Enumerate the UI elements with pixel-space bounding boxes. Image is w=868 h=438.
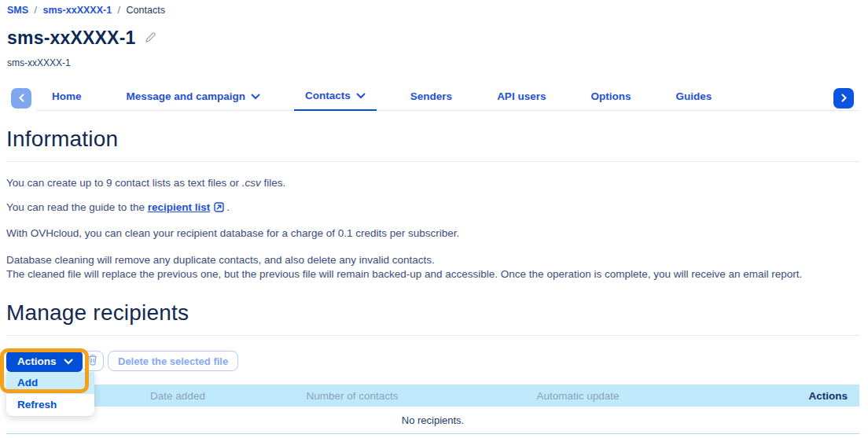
tab-api-users[interactable]: API users <box>486 86 557 110</box>
sms-contacts-page: SMS / sms-xxXXXX-1 / Contacts sms-xxXXXX… <box>0 0 868 438</box>
info-paragraph-guide: You can read the guide to the recipient … <box>0 201 868 216</box>
empty-table-message: No recipients. <box>6 414 859 426</box>
column-header-automatic-update: Automatic update <box>536 390 619 402</box>
tab-home[interactable]: Home <box>41 86 93 110</box>
chevron-right-icon <box>840 93 848 105</box>
manage-recipients-section: Actions Delete the selected file Add Ref… <box>0 345 868 438</box>
breadcrumb-contacts: Contacts <box>127 5 165 16</box>
tab-senders[interactable]: Senders <box>399 86 463 110</box>
tab-guides[interactable]: Guides <box>664 86 723 110</box>
recipients-table-header: Date added Number of contacts Automatic … <box>6 385 859 407</box>
breadcrumb: SMS / sms-xxXXXX-1 / Contacts <box>0 0 868 16</box>
breadcrumb-service[interactable]: sms-xxXXXX-1 <box>43 5 112 16</box>
chevron-down-icon <box>356 90 366 101</box>
tabs-scroll-right-button[interactable] <box>833 88 854 109</box>
recipient-list-link[interactable]: recipient list <box>148 201 211 213</box>
info-paragraph-cleaning-details: Database cleaning will remove any duplic… <box>0 253 868 282</box>
info-paragraph-cleaning-cost: With OVHcloud, you can clean your recipi… <box>0 226 868 241</box>
chevron-left-icon <box>18 93 25 105</box>
edit-pencil-icon[interactable] <box>144 31 156 47</box>
column-header-date-added: Date added <box>150 390 205 402</box>
divider <box>6 161 859 162</box>
breadcrumb-separator: / <box>35 5 37 16</box>
tab-options[interactable]: Options <box>579 86 642 110</box>
divider <box>6 335 859 336</box>
actions-dropdown-menu: Add Refresh <box>6 372 94 416</box>
trash-icon <box>87 354 98 368</box>
tab-message-and-campaign[interactable]: Message and campaign <box>116 86 272 110</box>
delete-trash-icon-button[interactable] <box>81 351 104 371</box>
column-header-number-of-contacts: Number of contacts <box>306 390 398 402</box>
breadcrumb-sms[interactable]: SMS <box>7 5 28 16</box>
column-header-actions: Actions <box>808 390 848 402</box>
manage-recipients-heading: Manage recipients <box>0 282 868 326</box>
information-heading: Information <box>0 111 868 152</box>
delete-selected-file-button[interactable]: Delete the selected file <box>108 351 238 371</box>
breadcrumb-separator: / <box>118 5 120 16</box>
info-paragraph-limits: You can create up to 9 contact lists as … <box>0 176 868 190</box>
actions-dropdown-button[interactable]: Actions <box>6 351 83 372</box>
tabs-scroll-left-button[interactable] <box>11 88 31 109</box>
menu-item-refresh[interactable]: Refresh <box>6 394 94 416</box>
external-link-icon <box>214 203 224 215</box>
tab-contacts[interactable]: Contacts <box>294 86 377 111</box>
table-bottom-border <box>6 433 859 434</box>
chevron-down-icon <box>64 355 73 367</box>
tab-bar: Home Message and campaign Contacts Sende… <box>0 86 868 111</box>
chevron-down-icon <box>251 90 260 102</box>
menu-item-add[interactable]: Add <box>6 372 94 394</box>
page-title: sms-xxXXXX-1 <box>7 28 136 49</box>
service-subtitle: sms-xxXXXX-1 <box>0 49 868 68</box>
